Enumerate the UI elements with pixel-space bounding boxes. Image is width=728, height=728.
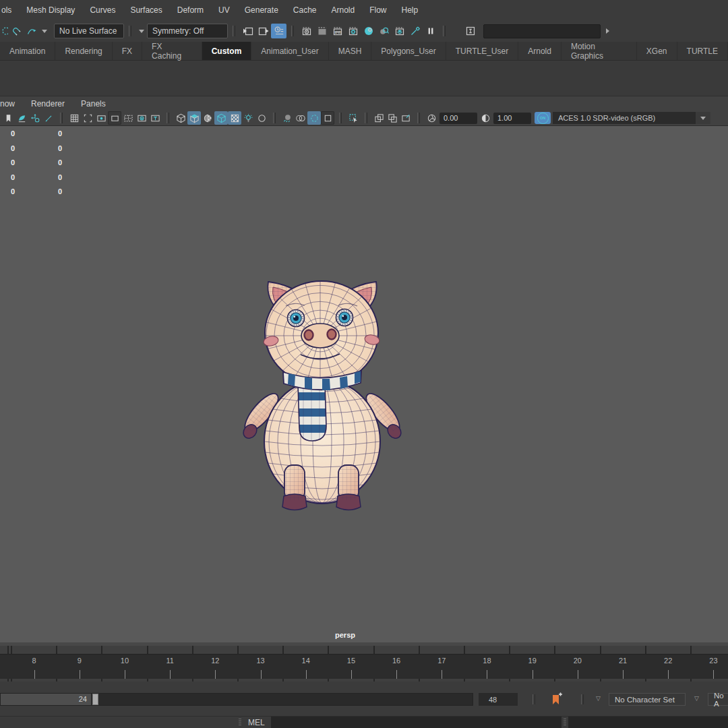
character-set-dropdown[interactable]: No Character Set bbox=[609, 693, 686, 706]
snap-magnet-icon[interactable] bbox=[8, 24, 24, 38]
light-editor-icon[interactable] bbox=[392, 24, 407, 38]
frame-cell[interactable]: 20 bbox=[555, 655, 600, 679]
grease-pencil-tool-icon[interactable] bbox=[42, 111, 55, 125]
camera-attributes-icon[interactable] bbox=[15, 111, 28, 125]
shelf-tab-custom[interactable]: Custom bbox=[202, 42, 252, 60]
textures-checker-icon[interactable] bbox=[228, 111, 241, 125]
shelf-tab-arnold[interactable]: Arnold bbox=[518, 42, 562, 60]
pig-model[interactable] bbox=[241, 271, 403, 515]
snap-partial-icon[interactable] bbox=[0, 24, 8, 38]
expand-right-caret-icon[interactable] bbox=[606, 28, 609, 34]
frame-cell[interactable]: 23 bbox=[691, 655, 728, 679]
menu-curves[interactable]: Curves bbox=[82, 5, 123, 15]
menu-flow[interactable]: Flow bbox=[362, 5, 394, 15]
frame-cell[interactable]: 8 bbox=[11, 655, 57, 679]
depth-of-field-icon[interactable] bbox=[321, 111, 334, 125]
screen-space-ao-icon[interactable] bbox=[280, 111, 294, 125]
menu-uv[interactable]: UV bbox=[211, 5, 237, 15]
textured-mode-icon[interactable] bbox=[201, 111, 214, 125]
safe-title-icon[interactable] bbox=[148, 111, 162, 125]
frame-cell[interactable]: 13 bbox=[238, 655, 283, 679]
xray-active-components-icon[interactable] bbox=[399, 111, 413, 125]
shelf-tab-polygons-user[interactable]: Polygons_User bbox=[371, 42, 446, 60]
film-gate-icon[interactable] bbox=[81, 111, 94, 125]
symmetry-field[interactable]: Symmetry: Off bbox=[147, 24, 228, 38]
panel-menu-panels[interactable]: Panels bbox=[73, 99, 114, 109]
isolate-select-icon[interactable] bbox=[346, 111, 360, 125]
frame-cell[interactable]: 11 bbox=[148, 655, 193, 679]
frame-cell[interactable]: 16 bbox=[374, 655, 419, 679]
exposure-icon[interactable] bbox=[425, 111, 438, 125]
paint-effects-icon[interactable] bbox=[407, 24, 423, 38]
symmetry-caret-icon[interactable] bbox=[139, 30, 144, 33]
menu-cache[interactable]: Cache bbox=[286, 5, 324, 15]
character-set-caret-icon[interactable]: ▽ bbox=[596, 695, 601, 702]
live-surface-field[interactable]: No Live Surface bbox=[54, 24, 124, 38]
menu-help[interactable]: Help bbox=[394, 5, 426, 15]
menu-arnold[interactable]: Arnold bbox=[324, 5, 363, 15]
pause-playback-icon[interactable] bbox=[423, 24, 438, 38]
gamma-icon[interactable] bbox=[479, 111, 492, 125]
range-slider-bar[interactable]: 24 bbox=[1, 694, 91, 705]
shelf-tab-mash[interactable]: MASH bbox=[329, 42, 372, 60]
shelf-tab-turtle[interactable]: TURTLE bbox=[677, 42, 728, 60]
view-bookmark-icon[interactable] bbox=[1, 111, 15, 125]
color-management-toggle[interactable]: ON bbox=[535, 112, 551, 124]
field-entry-mode-icon[interactable] bbox=[462, 24, 478, 38]
menu-mesh-display[interactable]: Mesh Display bbox=[19, 5, 82, 15]
xray-joints-icon[interactable] bbox=[386, 111, 399, 125]
frame-cell[interactable]: 21 bbox=[600, 655, 645, 679]
shelf-tab-animation[interactable]: Animation bbox=[0, 42, 55, 60]
snap-curve-icon[interactable] bbox=[24, 24, 39, 38]
animation-end-time-field[interactable]: 48 bbox=[479, 693, 518, 706]
xray-icon[interactable] bbox=[372, 111, 386, 125]
wireframe-on-shaded-icon[interactable] bbox=[214, 111, 228, 125]
render-view-icon[interactable] bbox=[299, 24, 314, 38]
range-slider-track[interactable]: 24 bbox=[0, 693, 473, 706]
bookmark-add-icon[interactable] bbox=[550, 693, 564, 708]
gamma-field[interactable]: 1.00 bbox=[493, 113, 531, 124]
shelf-tab-turtle-user[interactable]: TURTLE_User bbox=[446, 42, 518, 60]
command-language-label[interactable]: MEL bbox=[248, 718, 265, 727]
snap-options-caret-icon[interactable] bbox=[42, 30, 47, 33]
shelf-tab-animation-user[interactable]: Animation_User bbox=[251, 42, 328, 60]
anti-aliasing-icon[interactable] bbox=[307, 111, 321, 125]
input-connections-icon[interactable] bbox=[240, 24, 255, 38]
shelf-tab-fx-caching[interactable]: FX Caching bbox=[142, 42, 202, 60]
menu-tools[interactable]: ols bbox=[0, 5, 19, 15]
anim-layer-dropdown[interactable]: No A bbox=[708, 693, 728, 706]
render-current-frame-icon[interactable] bbox=[314, 24, 330, 38]
shelf-tab-xgen[interactable]: XGen bbox=[637, 42, 677, 60]
frame-cell[interactable]: 15 bbox=[328, 655, 373, 679]
menu-deform[interactable]: Deform bbox=[170, 5, 211, 15]
exposure-field[interactable]: 0.00 bbox=[439, 113, 477, 124]
timeline-frames[interactable]: 8 9 10 11 12 13 14 15 16 17 18 19 20 21 … bbox=[0, 655, 728, 679]
shadows-toggle-icon[interactable] bbox=[255, 111, 268, 125]
output-connections-icon[interactable] bbox=[255, 24, 271, 38]
quick-command-field[interactable] bbox=[483, 24, 601, 38]
command-line-grip[interactable] bbox=[239, 719, 241, 727]
command-input-field[interactable] bbox=[271, 717, 562, 728]
panel-menu-show[interactable]: now bbox=[0, 99, 23, 109]
shelf-tab-fx[interactable]: FX bbox=[113, 42, 142, 60]
anim-layer-caret-icon[interactable]: ▽ bbox=[694, 695, 699, 702]
resolution-gate-icon[interactable] bbox=[94, 111, 108, 125]
panel-menu-renderer[interactable]: Renderer bbox=[23, 99, 73, 109]
shelf-tab-rendering[interactable]: Rendering bbox=[55, 42, 112, 60]
frame-cell[interactable]: 18 bbox=[464, 655, 510, 679]
frame-cell[interactable]: 9 bbox=[57, 655, 102, 679]
move-pivot-icon[interactable] bbox=[28, 111, 42, 125]
field-chart-icon[interactable] bbox=[121, 111, 135, 125]
menu-generate[interactable]: Generate bbox=[237, 5, 286, 15]
frame-cell[interactable]: 14 bbox=[283, 655, 328, 679]
shading-wireframe-icon[interactable] bbox=[174, 111, 187, 125]
frame-cell[interactable]: 19 bbox=[510, 655, 555, 679]
time-slider[interactable]: 8 9 10 11 12 13 14 15 16 17 18 19 20 21 … bbox=[0, 642, 728, 681]
motion-blur-icon[interactable] bbox=[294, 111, 307, 125]
frame-cell[interactable]: 10 bbox=[102, 655, 147, 679]
ipr-render-icon[interactable]: IPR bbox=[330, 24, 345, 38]
render-settings-icon[interactable] bbox=[345, 24, 361, 38]
frame-cell[interactable]: 22 bbox=[646, 655, 691, 679]
range-slider-handle[interactable] bbox=[92, 694, 98, 705]
viewport-persp[interactable]: 00000 00000 bbox=[0, 126, 728, 642]
